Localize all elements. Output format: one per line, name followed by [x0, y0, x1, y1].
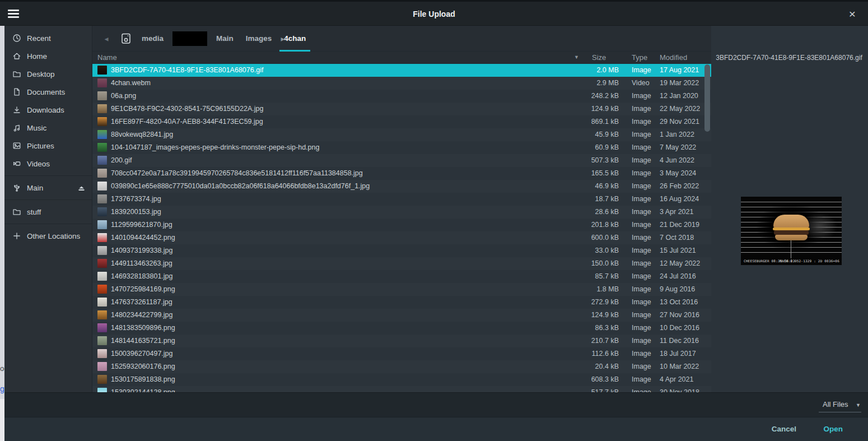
file-thumbnail-icon — [97, 104, 107, 113]
file-modified-date: 12 Jan 2020 — [660, 90, 698, 103]
table-row[interactable]: 1839200153.jpg28.6 kBImage3 Apr 2021 — [92, 206, 711, 219]
file-modified-date: 26 Feb 2022 — [660, 180, 699, 193]
column-header-size[interactable]: Size — [592, 52, 606, 63]
file-size: 507.3 kB — [591, 154, 619, 167]
file-thumbnail-icon — [97, 362, 107, 371]
file-thumbnail-icon — [97, 388, 107, 392]
sidebar-item-videos[interactable]: Videos — [4, 155, 92, 173]
file-name: 1481383509896.png — [111, 322, 532, 335]
table-row[interactable]: 1481441635721.png210.7 kBImage11 Dec 201… — [92, 335, 711, 347]
file-name: 1530175891838.png — [111, 373, 532, 386]
forward-chevron-icon[interactable]: ▸ — [277, 33, 288, 45]
table-row[interactable]: 1476373261187.jpg272.9 kBImage13 Oct 201… — [92, 296, 711, 309]
table-row[interactable]: 1449113463263.jpg150.0 kBImage12 May 202… — [92, 257, 711, 270]
table-row[interactable]: 16FE897F-4820-40A7-AEB8-344F4173EC59.jpg… — [92, 115, 711, 128]
file-list: 3BFD2CDF-7A70-41E8-9F1E-83E801A68076.gif… — [92, 64, 711, 392]
cheeseburger-graphic — [773, 215, 809, 240]
file-thumbnail-icon — [97, 220, 107, 229]
sidebar-item-other-locations[interactable]: Other Locations — [4, 227, 92, 245]
breadcrumb-segment-main[interactable]: Main — [212, 31, 238, 47]
background-text-fragment: oc — [0, 364, 4, 373]
file-type: Image — [632, 206, 651, 219]
background-link-fragment[interactable]: g — [0, 384, 4, 393]
sidebar-separator — [4, 224, 92, 224]
eject-icon[interactable] — [77, 183, 86, 193]
file-modified-date: 7 Oct 2018 — [660, 231, 694, 244]
table-row[interactable]: 200.gif507.3 kBImage4 Jun 2022 — [92, 154, 711, 167]
table-row[interactable]: 708cc0472e0a71a78c3919945970265784c836e5… — [92, 167, 711, 180]
sidebar-item-stuff[interactable]: stuff — [4, 203, 92, 221]
filter-bar: All Files ▼ — [4, 392, 868, 417]
table-row[interactable]: 1530302144128.png517.7 kBImage30 Nov 201… — [92, 386, 711, 392]
file-name: 708cc0472e0a71a78c3919945970265784c836e5… — [111, 167, 532, 180]
column-header-name[interactable]: Name — [97, 52, 117, 63]
table-row[interactable]: 1401094424452.png600.0 kBImage7 Oct 2018 — [92, 231, 711, 244]
table-row[interactable]: 1481383509896.png86.3 kBImage10 Dec 2016 — [92, 322, 711, 335]
sidebar-item-desktop[interactable]: Desktop — [4, 65, 92, 83]
close-icon[interactable]: × — [844, 2, 861, 27]
sidebar-item-main[interactable]: Main — [4, 179, 92, 197]
file-modified-date: 19 Mar 2022 — [660, 77, 699, 90]
table-row[interactable]: 039890c1e65e888c7775010da01a0bccb82a06f6… — [92, 180, 711, 193]
sort-arrow-icon[interactable]: ▼ — [574, 52, 579, 63]
table-row[interactable]: 104-1047187_images-pepes-pepe-drinks-mon… — [92, 141, 711, 154]
file-size: 20.4 kB — [595, 360, 619, 373]
file-thumbnail-icon — [97, 182, 107, 191]
table-row[interactable]: 88vokewq82841.jpg45.9 kBImage1 Jan 2022 — [92, 128, 711, 141]
back-chevron-icon[interactable]: ◂ — [101, 33, 112, 45]
table-row[interactable]: 1469328183801.jpg85.7 kBImage24 Jul 2016 — [92, 270, 711, 283]
table-row[interactable]: 3BFD2CDF-7A70-41E8-9F1E-83E801A68076.gif… — [92, 64, 711, 77]
table-row[interactable]: 1530175891838.png608.3 kBImage4 Apr 2021 — [92, 373, 711, 386]
sidebar-item-home[interactable]: Home — [4, 47, 92, 65]
sidebar-item-label: Home — [27, 52, 47, 61]
table-row[interactable]: 06a.png248.2 kBImage12 Jan 2020 — [92, 90, 711, 103]
table-row[interactable]: 9E1CB478-F9C2-4302-8541-75C96155D22A.jpg… — [92, 103, 711, 115]
file-modified-date: 18 Jul 2017 — [660, 347, 696, 360]
redacted-path-segment[interactable] — [172, 31, 207, 46]
sidebar-item-music[interactable]: Music — [4, 119, 92, 137]
breadcrumb-segment-media[interactable]: media — [137, 31, 168, 47]
file-type-filter-dropdown[interactable]: All Files ▼ — [819, 397, 861, 412]
file-name: 1500396270497.jpg — [111, 347, 532, 360]
sidebar-item-documents[interactable]: Documents — [4, 83, 92, 101]
file-name: 1530302144128.png — [111, 386, 532, 392]
table-row[interactable]: 1737673374.jpg18.7 kBImage16 Aug 2024 — [92, 193, 711, 206]
sidebar-item-downloads[interactable]: Downloads — [4, 101, 92, 119]
file-type: Image — [632, 386, 651, 392]
file-type: Image — [632, 296, 651, 309]
file-name: 1469328183801.jpg — [111, 270, 532, 283]
breadcrumb-segment-images[interactable]: Images — [241, 31, 277, 47]
background-page-footer — [0, 399, 4, 441]
table-row[interactable]: 4chan.webm2.9 MBVideo19 Mar 2022 — [92, 77, 711, 90]
clock-icon — [12, 34, 21, 43]
scrollbar-thumb[interactable] — [704, 64, 710, 132]
file-type: Image — [632, 360, 651, 373]
open-button[interactable]: Open — [818, 417, 848, 441]
file-size: 46.9 kB — [595, 180, 619, 193]
picture-icon — [12, 141, 21, 150]
file-size: 86.3 kB — [595, 322, 619, 335]
sidebar-item-recent[interactable]: Recent — [4, 29, 92, 47]
document-icon — [12, 87, 21, 96]
table-row[interactable]: 1409373199338.jpg33.0 kBImage15 Jul 2021 — [92, 244, 711, 257]
sidebar-item-label: Downloads — [27, 106, 64, 114]
sidebar-item-pictures[interactable]: Pictures — [4, 137, 92, 155]
file-size: 60.9 kB — [595, 141, 619, 154]
file-name: 1449113463263.jpg — [111, 257, 532, 270]
cancel-button[interactable]: Cancel — [766, 417, 802, 441]
file-name: 200.gif — [111, 154, 532, 167]
table-row[interactable]: 1500396270497.jpg112.6 kBImage18 Jul 201… — [92, 347, 711, 360]
action-bar: Cancel Open — [4, 417, 868, 441]
table-row[interactable]: 1129599621870.jpg201.8 kBImage21 Dec 201… — [92, 219, 711, 231]
table-row[interactable]: 1525932060176.png20.4 kBImage10 Mar 2022 — [92, 360, 711, 373]
window-title: File Upload — [0, 2, 868, 27]
file-name: 4chan.webm — [111, 77, 532, 90]
file-size: 150.0 kB — [591, 257, 619, 270]
column-header-type[interactable]: Type — [632, 52, 647, 63]
file-size: 517.7 kB — [591, 386, 619, 392]
table-row[interactable]: 1480234422799.jpg124.9 kBImage27 Nov 201… — [92, 309, 711, 322]
file-type: Image — [632, 373, 651, 386]
table-row[interactable]: 1470725984169.png1.8 MBImage9 Aug 2016 — [92, 283, 711, 296]
column-header-modified[interactable]: Modified — [660, 52, 687, 63]
file-thumbnail-icon — [97, 233, 107, 242]
